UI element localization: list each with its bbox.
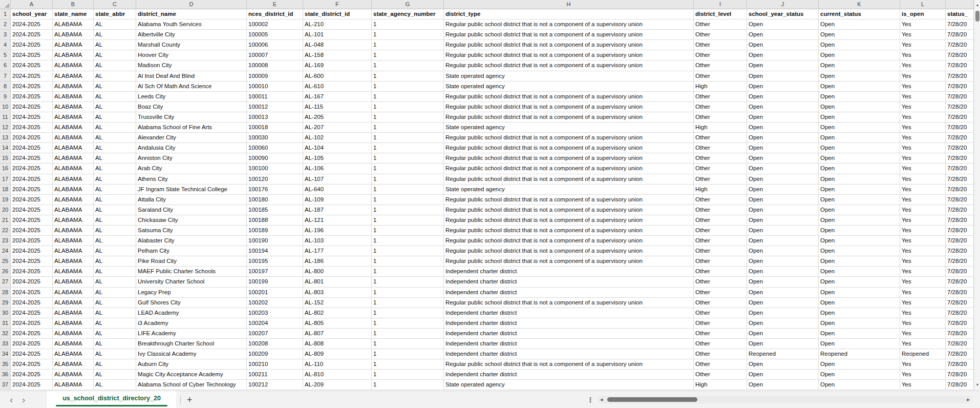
cell[interactable]: 100210: [247, 359, 303, 370]
cell[interactable]: Open: [747, 195, 819, 205]
row-header[interactable]: 9: [0, 92, 11, 102]
cell[interactable]: AL: [94, 123, 136, 133]
cell[interactable]: Open: [819, 318, 900, 329]
column-header[interactable]: C: [94, 0, 136, 9]
cell[interactable]: 1: [372, 143, 444, 153]
cell[interactable]: ALABAMA: [53, 298, 94, 308]
cell[interactable]: state_agency_number: [372, 9, 444, 19]
cell[interactable]: Regular public school district that is n…: [444, 236, 694, 246]
cell[interactable]: Open: [747, 267, 819, 277]
cell[interactable]: Open: [819, 288, 900, 298]
cell[interactable]: State operated agency: [444, 380, 694, 390]
cell[interactable]: 100194: [247, 246, 303, 256]
cell[interactable]: AL-809: [303, 349, 372, 359]
cell[interactable]: 1: [372, 370, 444, 380]
row-header[interactable]: 32: [0, 329, 11, 339]
cell[interactable]: Open: [747, 370, 819, 380]
cell[interactable]: AL: [94, 102, 136, 112]
cell[interactable]: 7/28/20: [946, 50, 974, 60]
cell[interactable]: LIFE Academy: [136, 329, 247, 339]
cell[interactable]: Open: [747, 185, 819, 195]
cell[interactable]: Open: [747, 81, 819, 92]
cell[interactable]: Madison City: [136, 60, 247, 71]
cell[interactable]: 100011: [247, 92, 303, 102]
cell[interactable]: 100180: [247, 195, 303, 205]
cell[interactable]: Alabama School of Fine Arts: [136, 123, 247, 133]
row-header[interactable]: 14: [0, 143, 11, 153]
cell[interactable]: Other: [694, 226, 747, 236]
cell[interactable]: Open: [747, 205, 819, 215]
sheet-nav-next-button[interactable]: ›: [22, 393, 25, 407]
cell[interactable]: Open: [819, 19, 900, 30]
cell[interactable]: state_abbr: [94, 9, 136, 19]
cell[interactable]: Pelham City: [136, 246, 247, 256]
cell[interactable]: AL: [94, 164, 136, 174]
cell[interactable]: AL-102: [303, 133, 372, 143]
column-header[interactable]: A: [11, 0, 53, 9]
sheet-tab-active[interactable]: us_school_district_directory_20: [47, 391, 176, 408]
cell[interactable]: Anniston City: [136, 153, 247, 164]
cell[interactable]: 2024-2025: [11, 174, 53, 185]
cell[interactable]: 1: [372, 30, 444, 40]
cell[interactable]: ALABAMA: [53, 215, 94, 226]
cell[interactable]: Open: [819, 226, 900, 236]
cell[interactable]: 1: [372, 277, 444, 287]
cell[interactable]: AL-640: [303, 185, 372, 195]
cell[interactable]: Regular public school district that is n…: [444, 102, 694, 112]
row-header[interactable]: 28: [0, 288, 11, 298]
cell[interactable]: Other: [694, 256, 747, 267]
cell[interactable]: ALABAMA: [53, 143, 94, 153]
cell[interactable]: Arab City: [136, 164, 247, 174]
cell[interactable]: Other: [694, 112, 747, 123]
cell[interactable]: MAEF Public Charter Schools: [136, 267, 247, 277]
cell[interactable]: 100010: [247, 81, 303, 92]
cell[interactable]: AL: [94, 50, 136, 60]
cell[interactable]: ALABAMA: [53, 256, 94, 267]
cell[interactable]: 2024-2025: [11, 133, 53, 143]
cell[interactable]: Open: [819, 153, 900, 164]
cell[interactable]: Yes: [900, 277, 946, 287]
cell[interactable]: 7/28/20: [946, 205, 974, 215]
cell[interactable]: High: [694, 185, 747, 195]
cell[interactable]: High: [694, 380, 747, 390]
cell[interactable]: Yes: [900, 308, 946, 318]
cell[interactable]: 7/28/20: [946, 30, 974, 40]
cell[interactable]: ALABAMA: [53, 174, 94, 185]
cell[interactable]: 2024-2025: [11, 256, 53, 267]
cell[interactable]: Other: [694, 329, 747, 339]
column-header[interactable]: B: [53, 0, 94, 9]
cell[interactable]: Open: [819, 298, 900, 308]
cell[interactable]: 1: [372, 339, 444, 349]
cell[interactable]: Other: [694, 153, 747, 164]
cell[interactable]: 100005: [247, 30, 303, 40]
cell[interactable]: Yes: [900, 19, 946, 30]
cell[interactable]: status_: [946, 9, 974, 19]
cell[interactable]: Open: [747, 329, 819, 339]
cell[interactable]: 1: [372, 246, 444, 256]
cell[interactable]: ALABAMA: [53, 81, 94, 92]
cell[interactable]: Yes: [900, 215, 946, 226]
cell[interactable]: ALABAMA: [53, 50, 94, 60]
cell[interactable]: Open: [819, 164, 900, 174]
cell[interactable]: Independent charter district: [444, 267, 694, 277]
cell[interactable]: Independent charter district: [444, 318, 694, 329]
cell[interactable]: AL-209: [303, 380, 372, 390]
cell[interactable]: Open: [747, 112, 819, 123]
cell[interactable]: AL-105: [303, 153, 372, 164]
cell[interactable]: Open: [819, 329, 900, 339]
cell[interactable]: Open: [819, 246, 900, 256]
cell[interactable]: Regular public school district that is n…: [444, 205, 694, 215]
cell[interactable]: AL-210: [303, 19, 372, 30]
cell[interactable]: Other: [694, 349, 747, 359]
cell[interactable]: 7/28/20: [946, 174, 974, 185]
cell[interactable]: Open: [819, 359, 900, 370]
row-header[interactable]: 12: [0, 123, 11, 133]
cell[interactable]: ALABAMA: [53, 71, 94, 81]
cell[interactable]: ALABAMA: [53, 40, 94, 50]
cell[interactable]: University Charter School: [136, 277, 247, 287]
cell[interactable]: AL: [94, 92, 136, 102]
cell[interactable]: AL: [94, 359, 136, 370]
cell[interactable]: Open: [747, 236, 819, 246]
cell[interactable]: 2024-2025: [11, 123, 53, 133]
column-header[interactable]: G: [372, 0, 444, 9]
